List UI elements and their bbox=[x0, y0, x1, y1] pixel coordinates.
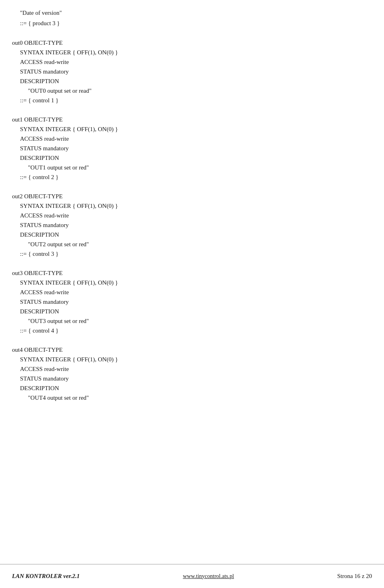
access-out4: ACCESS read-write bbox=[20, 364, 372, 374]
syntax-out0: SYNTAX INTEGER { OFF(1), ON(0) } bbox=[20, 48, 372, 57]
status-out1: STATUS mandatory bbox=[20, 144, 372, 153]
intro-block: "Date of version" ::= { product 3 } bbox=[12, 8, 372, 28]
status-out2: STATUS mandatory bbox=[20, 220, 372, 230]
description-value-out1: "OUT1 output set or red" bbox=[28, 163, 372, 172]
assign-out2: ::= { control 3 } bbox=[20, 249, 372, 259]
page-content: "Date of version" ::= { product 3 } out0… bbox=[0, 0, 384, 444]
description-value-out2: "OUT2 output set or red" bbox=[28, 239, 372, 249]
description-value-out3: "OUT3 output set or red" bbox=[28, 316, 372, 326]
date-of-version: "Date of version" bbox=[20, 8, 372, 18]
access-out2: ACCESS read-write bbox=[20, 211, 372, 220]
object-block-out4: out4 OBJECT-TYPE SYNTAX INTEGER { OFF(1)… bbox=[12, 345, 372, 403]
footer: LAN KONTROLER ver.2.1 www.tinycontrol.at… bbox=[0, 564, 384, 588]
syntax-out2: SYNTAX INTEGER { OFF(1), ON(0) } bbox=[20, 201, 372, 211]
access-out1: ACCESS read-write bbox=[20, 134, 372, 144]
description-value-out0: "OUT0 output set or read" bbox=[28, 86, 372, 96]
objects-container: out0 OBJECT-TYPE SYNTAX INTEGER { OFF(1)… bbox=[12, 38, 372, 403]
description-label-out3: DESCRIPTION bbox=[20, 307, 372, 316]
assign-out0: ::= { control 1 } bbox=[20, 96, 372, 105]
object-name-out0: out0 OBJECT-TYPE bbox=[12, 38, 372, 48]
intro-assign: ::= { product 3 } bbox=[20, 18, 372, 29]
footer-url: www.tinycontrol.ats.pl bbox=[183, 573, 234, 580]
status-out3: STATUS mandatory bbox=[20, 297, 372, 307]
status-out0: STATUS mandatory bbox=[20, 67, 372, 76]
description-value-out4: "OUT4 output set or red" bbox=[28, 393, 372, 403]
description-label-out2: DESCRIPTION bbox=[20, 230, 372, 239]
object-name-out1: out1 OBJECT-TYPE bbox=[12, 115, 372, 124]
access-out0: ACCESS read-write bbox=[20, 57, 372, 67]
footer-brand: LAN KONTROLER ver.2.1 bbox=[12, 573, 80, 580]
status-out4: STATUS mandatory bbox=[20, 374, 372, 383]
assign-out3: ::= { control 4 } bbox=[20, 326, 372, 335]
object-name-out4: out4 OBJECT-TYPE bbox=[12, 345, 372, 355]
object-name-out3: out3 OBJECT-TYPE bbox=[12, 268, 372, 278]
assign-out1: ::= { control 2 } bbox=[20, 172, 372, 182]
object-name-out2: out2 OBJECT-TYPE bbox=[12, 191, 372, 201]
description-label-out0: DESCRIPTION bbox=[20, 76, 372, 86]
syntax-out4: SYNTAX INTEGER { OFF(1), ON(0) } bbox=[20, 355, 372, 364]
description-label-out1: DESCRIPTION bbox=[20, 153, 372, 163]
object-block-out0: out0 OBJECT-TYPE SYNTAX INTEGER { OFF(1)… bbox=[12, 38, 372, 105]
description-label-out4: DESCRIPTION bbox=[20, 383, 372, 393]
access-out3: ACCESS read-write bbox=[20, 287, 372, 297]
object-block-out1: out1 OBJECT-TYPE SYNTAX INTEGER { OFF(1)… bbox=[12, 115, 372, 182]
footer-page: Strona 16 z 20 bbox=[337, 573, 372, 580]
syntax-out3: SYNTAX INTEGER { OFF(1), ON(0) } bbox=[20, 278, 372, 287]
syntax-out1: SYNTAX INTEGER { OFF(1), ON(0) } bbox=[20, 124, 372, 134]
object-block-out3: out3 OBJECT-TYPE SYNTAX INTEGER { OFF(1)… bbox=[12, 268, 372, 335]
object-block-out2: out2 OBJECT-TYPE SYNTAX INTEGER { OFF(1)… bbox=[12, 191, 372, 259]
